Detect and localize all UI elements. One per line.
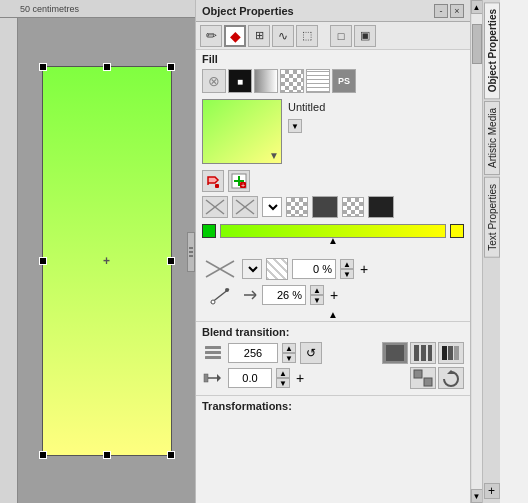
- bt-spin: ▲ ▼: [282, 343, 296, 363]
- toolbar-row: ✏ ◆ ⊞ ∿ ⬚ □ ▣: [196, 22, 470, 50]
- scroll-divider[interactable]: [187, 232, 195, 272]
- opacity-down[interactable]: ▼: [340, 269, 354, 279]
- position-input[interactable]: 26 %: [262, 285, 306, 305]
- preset-dropdown-btn[interactable]: ▼: [288, 119, 302, 133]
- interactive-tool-btn[interactable]: ⬚: [296, 25, 318, 47]
- text-properties-tab[interactable]: Text Properties: [484, 177, 500, 258]
- blend-x-row: ▼ 0 % ▲ ▼ +: [196, 256, 470, 282]
- svg-rect-18: [205, 346, 221, 349]
- scroll-down-btn[interactable]: ▼: [471, 489, 483, 503]
- artistic-media-tab[interactable]: Artistic Media: [484, 101, 500, 175]
- svg-rect-0: [215, 184, 219, 188]
- bt-solid-btn[interactable]: [382, 342, 408, 364]
- handle-bm[interactable]: [103, 451, 111, 459]
- svg-rect-30: [204, 374, 208, 382]
- view-btn-1[interactable]: □: [330, 25, 352, 47]
- transformations-label: Transformations:: [202, 400, 464, 412]
- gradient-stops-row: ▲: [202, 224, 464, 238]
- pattern-fill-btn[interactable]: [280, 69, 304, 93]
- blend-x-icon: [202, 258, 238, 280]
- fill-tool-btn[interactable]: ◆: [224, 25, 246, 47]
- gradient-midpoint-arrow[interactable]: ▲: [328, 235, 338, 246]
- offset-arrange-btns: [410, 367, 464, 389]
- opacity-plus[interactable]: +: [360, 261, 368, 277]
- right-stop[interactable]: [450, 224, 464, 238]
- bt-vertical-btn[interactable]: [410, 342, 436, 364]
- mesh-tool-btn[interactable]: ⊞: [248, 25, 270, 47]
- pattern-btn-5[interactable]: [342, 197, 364, 217]
- blend-dropdown-2[interactable]: ▼: [242, 259, 262, 279]
- handle-bl[interactable]: [39, 451, 47, 459]
- bt-refresh-btn[interactable]: ↺: [300, 342, 322, 364]
- svg-rect-23: [421, 345, 426, 361]
- object-properties-tab[interactable]: Object Properties: [484, 2, 500, 99]
- color-swatch[interactable]: ▼: [202, 99, 282, 164]
- handle-tl[interactable]: [39, 63, 47, 71]
- handle-br[interactable]: [167, 451, 175, 459]
- bt-type-btns: [382, 342, 464, 364]
- handle-mr[interactable]: [167, 257, 175, 265]
- no-fill-btn[interactable]: ⊗: [202, 69, 226, 93]
- position-arrow: [242, 287, 258, 303]
- expand-arrow[interactable]: ▲: [196, 308, 470, 321]
- handle-ml[interactable]: [39, 257, 47, 265]
- fill-type-row: ⊗ ■ PS: [196, 67, 470, 95]
- svg-rect-20: [205, 356, 221, 359]
- close-button[interactable]: ×: [450, 4, 464, 18]
- opacity-spin: ▲ ▼: [340, 259, 354, 279]
- postscript-fill-btn[interactable]: PS: [332, 69, 356, 93]
- scroll-up-btn[interactable]: ▲: [471, 0, 483, 14]
- gradient-fill-btn[interactable]: [254, 69, 278, 93]
- right-panel: Object Properties - × ✏ ◆ ⊞ ∿ ⬚ □ ▣ Fill…: [195, 0, 528, 503]
- solid-fill-btn[interactable]: ■: [228, 69, 252, 93]
- gradient-bar-section: ▲: [196, 220, 470, 242]
- position-icon: [202, 284, 238, 306]
- position-plus[interactable]: +: [330, 287, 338, 303]
- pattern-btn-1[interactable]: [202, 196, 228, 218]
- paint-bucket-btn[interactable]: [202, 170, 224, 192]
- bt-value-input[interactable]: 256: [228, 343, 278, 363]
- texture-fill-btn[interactable]: [306, 69, 330, 93]
- bt-lines-btn[interactable]: [438, 342, 464, 364]
- left-stop[interactable]: [202, 224, 216, 238]
- fill-label: Fill: [196, 50, 470, 67]
- arrange-btn-1[interactable]: [410, 367, 436, 389]
- bt-controls-row: 256 ▲ ▼ ↺: [202, 342, 464, 364]
- crosshair-icon: +: [103, 254, 110, 268]
- color-preview-row: ▼ Untitled ▼: [196, 95, 470, 168]
- blend-transition-section: Blend transition: 256 ▲ ▼ ↺: [196, 321, 470, 393]
- position-down[interactable]: ▼: [310, 295, 324, 305]
- pen-tool-btn[interactable]: ✏: [200, 25, 222, 47]
- view-btn-2[interactable]: ▣: [354, 25, 376, 47]
- opacity-input[interactable]: 0 %: [292, 259, 336, 279]
- pattern-btn-6[interactable]: [368, 196, 394, 218]
- scroll-thumb[interactable]: [472, 24, 482, 64]
- bt-spin-up[interactable]: ▲: [282, 343, 296, 353]
- pattern-btn-4[interactable]: [312, 196, 338, 218]
- handle-tm[interactable]: [103, 63, 111, 71]
- svg-point-14: [211, 300, 215, 304]
- position-up[interactable]: ▲: [310, 285, 324, 295]
- side-tabs: Object Properties Artistic Media Text Pr…: [482, 0, 500, 503]
- blend-dropdown[interactable]: ▼: [262, 197, 282, 217]
- offset-spin-down[interactable]: ▼: [276, 378, 290, 388]
- gradient-bar-wrapper: ▲: [220, 224, 446, 238]
- curve-tool-btn[interactable]: ∿: [272, 25, 294, 47]
- pattern-btn-2[interactable]: [232, 196, 258, 218]
- opacity-up[interactable]: ▲: [340, 259, 354, 269]
- swatch-dropdown-arrow[interactable]: ▼: [269, 150, 279, 161]
- add-color-btn[interactable]: +: [228, 170, 250, 192]
- offset-input[interactable]: 0.0: [228, 368, 272, 388]
- pattern-btn-3[interactable]: [286, 197, 308, 217]
- add-panel-btn[interactable]: +: [484, 483, 500, 499]
- bt-spin-down[interactable]: ▼: [282, 353, 296, 363]
- arrange-btn-2[interactable]: [438, 367, 464, 389]
- rect-object[interactable]: +: [42, 66, 172, 456]
- minimize-button[interactable]: -: [434, 4, 448, 18]
- offset-spin-up[interactable]: ▲: [276, 368, 290, 378]
- panel-scrollbar: ▲ ▼: [470, 0, 482, 503]
- offset-plus[interactable]: +: [296, 370, 304, 386]
- svg-rect-24: [428, 345, 432, 361]
- scroll-dots: [189, 247, 193, 257]
- handle-tr[interactable]: [167, 63, 175, 71]
